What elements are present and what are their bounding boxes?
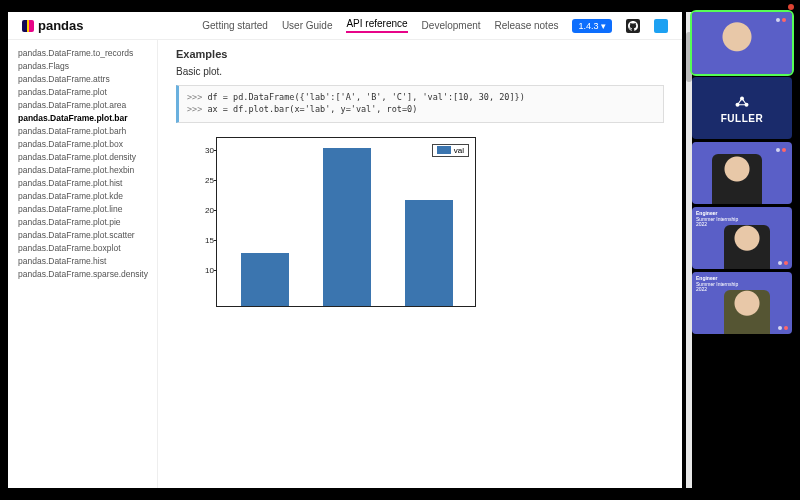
avatar xyxy=(724,225,770,269)
participant-tile[interactable] xyxy=(692,12,792,74)
pandas-logo[interactable]: pandas xyxy=(22,18,84,33)
doc-header: pandas Getting started User Guide API re… xyxy=(8,12,682,40)
sidebar-item[interactable]: pandas.DataFrame.plot xyxy=(18,85,157,98)
sidebar-item[interactable]: pandas.DataFrame.plot.barh xyxy=(18,124,157,137)
bar-B xyxy=(323,148,371,306)
top-nav: Getting started User Guide API reference… xyxy=(202,18,668,33)
section-subtitle: Basic plot. xyxy=(176,66,664,77)
video-call-panel: FULLER Engineer Summer Internship 2022 E… xyxy=(692,12,792,488)
sidebar-item-selected[interactable]: pandas.DataFrame.plot.bar xyxy=(18,111,157,124)
doc-content: Examples Basic plot. >>> df = pd.DataFra… xyxy=(158,40,682,488)
avatar xyxy=(724,290,770,334)
sidebar-item[interactable]: pandas.DataFrame.hist xyxy=(18,254,157,267)
participant-tile[interactable]: Engineer Summer Internship 2022 xyxy=(692,207,792,269)
brand-text: pandas xyxy=(38,18,84,33)
nav-user-guide[interactable]: User Guide xyxy=(282,20,333,31)
nav-release-notes[interactable]: Release notes xyxy=(495,20,559,31)
sidebar-item[interactable]: pandas.DataFrame.plot.density xyxy=(18,150,157,163)
section-heading: Examples xyxy=(176,48,664,60)
bar-A xyxy=(241,253,289,306)
sidebar-item[interactable]: pandas.DataFrame.plot.pie xyxy=(18,215,157,228)
sidebar-item[interactable]: pandas.DataFrame.plot.hist xyxy=(18,176,157,189)
sidebar-item[interactable]: pandas.DataFrame.plot.box xyxy=(18,137,157,150)
participant-tile[interactable] xyxy=(692,142,792,204)
logo-text: FULLER xyxy=(721,113,763,124)
sidebar-item[interactable]: pandas.DataFrame.plot.area xyxy=(18,98,157,111)
bar-chart: val 30 25 20 15 10 xyxy=(216,137,476,307)
legend-label: val xyxy=(454,146,464,155)
legend-swatch xyxy=(437,146,451,154)
participant-tile-logo[interactable]: FULLER xyxy=(692,77,792,139)
nav-getting-started[interactable]: Getting started xyxy=(202,20,268,31)
sidebar-item[interactable]: pandas.DataFrame.to_records xyxy=(18,46,157,59)
sidebar-item[interactable]: pandas.DataFrame.plot.hexbin xyxy=(18,163,157,176)
api-sidebar: pandas.DataFrame.to_records pandas.Flags… xyxy=(8,40,158,488)
version-dropdown[interactable]: 1.4.3 ▾ xyxy=(572,19,612,33)
window-close-icon[interactable] xyxy=(788,4,794,10)
sidebar-item[interactable]: pandas.DataFrame.plot.line xyxy=(18,202,157,215)
bar-C xyxy=(405,200,453,306)
chart-container: val 30 25 20 15 10 xyxy=(216,137,664,307)
browser-window: pandas Getting started User Guide API re… xyxy=(8,12,682,488)
github-icon[interactable] xyxy=(626,19,640,33)
sidebar-item[interactable]: pandas.DataFrame.boxplot xyxy=(18,241,157,254)
fuller-logo-icon xyxy=(733,93,751,111)
participant-tile[interactable]: Engineer Summer Internship 2022 xyxy=(692,272,792,334)
nav-development[interactable]: Development xyxy=(422,20,481,31)
doc-body: pandas.DataFrame.to_records pandas.Flags… xyxy=(8,40,682,488)
sidebar-item[interactable]: pandas.DataFrame.attrs xyxy=(18,72,157,85)
sidebar-item[interactable]: pandas.Flags xyxy=(18,59,157,72)
twitter-icon[interactable] xyxy=(654,19,668,33)
sidebar-item[interactable]: pandas.DataFrame.sparse.density xyxy=(18,267,157,280)
sidebar-item[interactable]: pandas.DataFrame.plot.kde xyxy=(18,189,157,202)
pandas-logo-icon xyxy=(22,20,34,32)
stage: pandas Getting started User Guide API re… xyxy=(0,12,800,488)
chart-legend: val xyxy=(432,144,469,157)
sidebar-item[interactable]: pandas.DataFrame.plot.scatter xyxy=(18,228,157,241)
avatar xyxy=(712,154,762,204)
code-block[interactable]: >>> df = pd.DataFrame({'lab':['A', 'B', … xyxy=(176,85,664,123)
nav-api-reference[interactable]: API reference xyxy=(346,18,407,33)
